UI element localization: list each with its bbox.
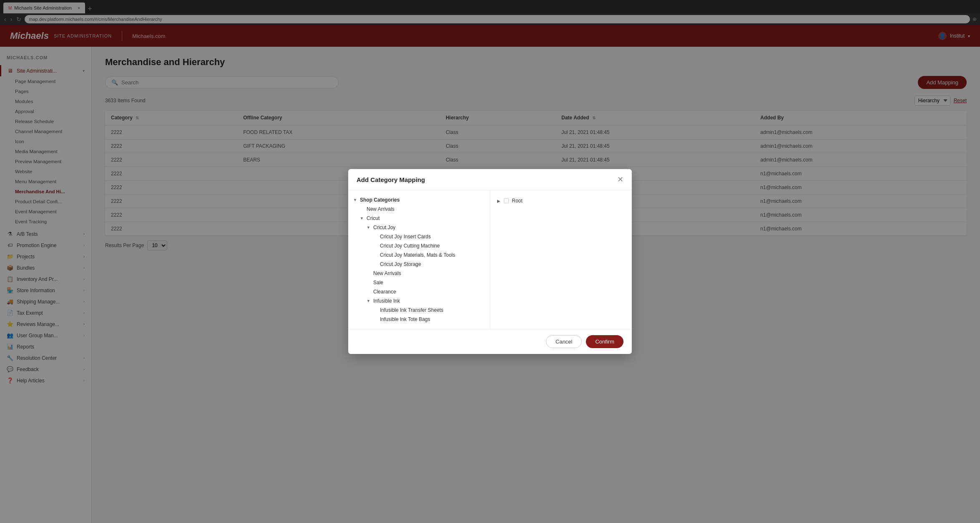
tree-item-infusible-ink[interactable]: ▼Infusible Ink (348, 296, 490, 306)
tree-item-label: Infusible Ink (373, 298, 400, 304)
tree-toggle-icon[interactable]: ▼ (360, 216, 365, 220)
tree-item-cricut[interactable]: ▼Cricut (348, 214, 490, 223)
tree-item-label: New Arrivals (373, 270, 401, 276)
tree-item-shop-categories[interactable]: ▼Shop Categories (348, 195, 490, 205)
confirm-button[interactable]: Confirm (586, 335, 623, 348)
modal-overlay[interactable]: Add Category Mapping ✕ ▼Shop CategoriesN… (0, 0, 980, 523)
tree-item-label: Cricut Joy Materials, Mats & Tools (380, 252, 455, 258)
modal-title: Add Category Mapping (357, 176, 425, 183)
category-tree: ▼Shop CategoriesNew Arrivals▼Cricut▼Cric… (348, 195, 490, 324)
tree-item-infusible-ink-transfer-sheets[interactable]: Infusible Ink Transfer Sheets (348, 306, 490, 315)
root-checkbox[interactable] (504, 198, 509, 203)
modal-dialog: Add Category Mapping ✕ ▼Shop CategoriesN… (348, 169, 632, 354)
tree-item-label: Clearance (373, 289, 396, 295)
modal-header: Add Category Mapping ✕ (348, 169, 632, 190)
tree-item-cricut-joy[interactable]: ▼Cricut Joy (348, 223, 490, 232)
tree-item-label: Cricut (367, 215, 379, 221)
tree-item-new-arrivals[interactable]: New Arrivals (348, 269, 490, 278)
tree-toggle-icon[interactable]: ▼ (367, 299, 372, 303)
tree-item-cricut-joy-storage[interactable]: Cricut Joy Storage (348, 260, 490, 269)
root-expand-icon[interactable]: ▶ (497, 199, 500, 203)
tree-item-label: New Arrivals (367, 206, 395, 212)
tree-item-label: Shop Categories (360, 197, 400, 203)
tree-item-label: Cricut Joy Storage (380, 261, 421, 267)
tree-item-sale[interactable]: Sale (348, 278, 490, 287)
tree-item-label: Sale (373, 280, 383, 286)
tree-item-infusible-ink-tote-bags[interactable]: Infusible Ink Tote Bags (348, 315, 490, 324)
modal-close-button[interactable]: ✕ (617, 176, 623, 183)
tree-item-label: Infusible Ink Transfer Sheets (380, 307, 443, 313)
tree-item-label: Infusible Ink Tote Bags (380, 316, 430, 322)
tree-item-label: Cricut Joy (373, 225, 395, 230)
tree-item-cricut-joy-materials-mats--tools[interactable]: Cricut Joy Materials, Mats & Tools (348, 250, 490, 260)
tree-item-new-arrivals[interactable]: New Arrivals (348, 205, 490, 214)
tree-item-cricut-joy-cutting-machine[interactable]: Cricut Joy Cutting Machine (348, 241, 490, 250)
modal-footer: Cancel Confirm (348, 329, 632, 354)
tree-toggle-icon[interactable]: ▼ (367, 225, 372, 230)
modal-left-tree: ▼Shop CategoriesNew Arrivals▼Cricut▼Cric… (348, 190, 490, 329)
modal-right-tree: ▶ Root (490, 190, 632, 329)
tree-item-clearance[interactable]: Clearance (348, 287, 490, 296)
tree-item-label: Cricut Joy Cutting Machine (380, 243, 440, 249)
root-label: Root (512, 198, 523, 204)
tree-item-label: Cricut Joy Insert Cards (380, 234, 431, 240)
modal-body: ▼Shop CategoriesNew Arrivals▼Cricut▼Cric… (348, 190, 632, 329)
tree-toggle-icon[interactable]: ▼ (353, 198, 358, 202)
root-item[interactable]: ▶ Root (490, 195, 632, 206)
cancel-button[interactable]: Cancel (546, 335, 582, 348)
tree-item-cricut-joy-insert-cards[interactable]: Cricut Joy Insert Cards (348, 232, 490, 241)
